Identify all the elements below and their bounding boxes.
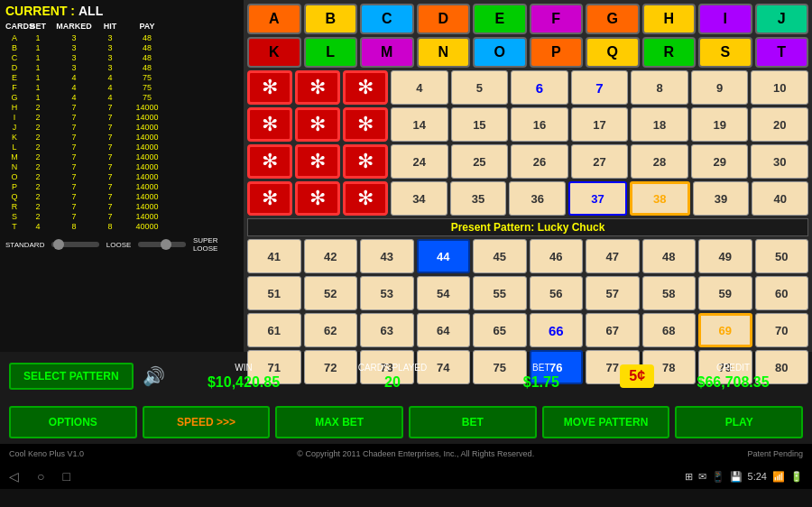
- standard-thumb[interactable]: [53, 239, 64, 250]
- num-cell-42[interactable]: 42: [304, 239, 358, 273]
- wildcard-cell[interactable]: ✻: [295, 107, 340, 142]
- num-cell-47[interactable]: 47: [586, 239, 640, 273]
- num-cell-41[interactable]: 41: [247, 239, 301, 273]
- num-cell-39[interactable]: 39: [693, 181, 750, 216]
- select-pattern-button[interactable]: SELECT PATTERN: [9, 363, 134, 390]
- num-cell-57[interactable]: 57: [586, 276, 640, 310]
- letter-cell-M[interactable]: M: [360, 37, 414, 68]
- num-cell-67[interactable]: 67: [586, 313, 640, 347]
- move-pattern-button[interactable]: MOVE PATTERN: [542, 406, 670, 438]
- num-cell-70[interactable]: 70: [755, 313, 809, 347]
- num-cell-9[interactable]: 9: [691, 70, 749, 105]
- num-cell-53[interactable]: 53: [360, 276, 414, 310]
- num-cell-52[interactable]: 52: [304, 276, 358, 310]
- letter-cell-F[interactable]: F: [530, 4, 584, 34]
- wildcard-cell[interactable]: ✻: [247, 107, 292, 142]
- num-cell-61[interactable]: 61: [247, 313, 301, 347]
- num-cell-28[interactable]: 28: [631, 144, 688, 179]
- num-cell-26[interactable]: 26: [511, 144, 568, 179]
- num-cell-5[interactable]: 5: [451, 70, 509, 105]
- num-cell-43[interactable]: 43: [360, 239, 414, 273]
- num-cell-51[interactable]: 51: [247, 276, 301, 310]
- num-cell-14[interactable]: 14: [391, 107, 448, 142]
- num-cell-10[interactable]: 10: [751, 70, 808, 105]
- max-bet-button[interactable]: MAX BET: [275, 406, 403, 438]
- num-cell-68[interactable]: 68: [642, 313, 697, 347]
- num-cell-17[interactable]: 17: [571, 107, 629, 142]
- letter-cell-B[interactable]: B: [304, 4, 358, 34]
- num-cell-35[interactable]: 35: [450, 181, 507, 216]
- num-cell-55[interactable]: 55: [473, 276, 527, 310]
- num-cell-65[interactable]: 65: [473, 313, 527, 347]
- num-cell-59[interactable]: 59: [698, 276, 752, 310]
- letter-cell-J[interactable]: J: [755, 4, 809, 34]
- coin-badge[interactable]: 5¢: [620, 364, 654, 388]
- wildcard-cell[interactable]: ✻: [247, 181, 292, 216]
- play-button[interactable]: PLAY: [675, 406, 803, 438]
- speaker-icon[interactable]: 🔊: [143, 365, 165, 387]
- num-cell-63[interactable]: 63: [360, 313, 414, 347]
- num-cell-34[interactable]: 34: [391, 181, 448, 216]
- standard-slider[interactable]: [51, 242, 98, 247]
- num-cell-69[interactable]: 69: [698, 313, 752, 347]
- wildcard-cell[interactable]: ✻: [343, 107, 388, 142]
- num-cell-8[interactable]: 8: [631, 70, 688, 105]
- num-cell-30[interactable]: 30: [751, 144, 808, 179]
- letter-cell-L[interactable]: L: [304, 37, 358, 68]
- wildcard-cell[interactable]: ✻: [295, 144, 340, 179]
- wildcard-cell[interactable]: ✻: [343, 181, 388, 216]
- letter-cell-C[interactable]: C: [360, 4, 414, 34]
- num-cell-40[interactable]: 40: [752, 181, 808, 216]
- num-cell-25[interactable]: 25: [451, 144, 509, 179]
- num-cell-15[interactable]: 15: [451, 107, 509, 142]
- wildcard-cell[interactable]: ✻: [247, 144, 292, 179]
- num-cell-56[interactable]: 56: [530, 276, 584, 310]
- home-icon[interactable]: ○: [37, 469, 44, 484]
- num-cell-62[interactable]: 62: [304, 313, 358, 347]
- num-cell-27[interactable]: 27: [571, 144, 629, 179]
- back-icon[interactable]: ◁: [9, 469, 19, 484]
- wildcard-cell[interactable]: ✻: [295, 181, 340, 216]
- letter-cell-H[interactable]: H: [642, 4, 697, 34]
- letter-cell-E[interactable]: E: [473, 4, 527, 34]
- letter-cell-I[interactable]: I: [698, 4, 752, 34]
- num-cell-46[interactable]: 46: [530, 239, 584, 273]
- letter-cell-O[interactable]: O: [473, 37, 527, 68]
- num-cell-4[interactable]: 4: [391, 70, 448, 105]
- num-cell-66[interactable]: 66: [530, 313, 584, 347]
- num-cell-6[interactable]: 6: [511, 70, 568, 105]
- wildcard-cell[interactable]: ✻: [343, 70, 388, 105]
- num-cell-19[interactable]: 19: [691, 107, 749, 142]
- num-cell-20[interactable]: 20: [751, 107, 808, 142]
- letter-cell-Q[interactable]: Q: [586, 37, 640, 68]
- num-cell-50[interactable]: 50: [755, 239, 809, 273]
- num-cell-49[interactable]: 49: [698, 239, 752, 273]
- options-button[interactable]: OPTIONS: [9, 406, 137, 438]
- letter-cell-R[interactable]: R: [642, 37, 697, 68]
- num-cell-29[interactable]: 29: [691, 144, 749, 179]
- wildcard-cell[interactable]: ✻: [247, 70, 292, 105]
- loose-thumb[interactable]: [161, 239, 171, 250]
- recent-icon[interactable]: □: [62, 469, 69, 484]
- num-cell-45[interactable]: 45: [473, 239, 527, 273]
- num-cell-18[interactable]: 18: [631, 107, 688, 142]
- loose-slider[interactable]: [138, 242, 185, 247]
- num-cell-44[interactable]: 44: [417, 239, 471, 273]
- num-cell-60[interactable]: 60: [755, 276, 809, 310]
- num-cell-37[interactable]: 37: [568, 181, 627, 216]
- letter-cell-N[interactable]: N: [417, 37, 471, 68]
- wildcard-cell[interactable]: ✻: [295, 70, 340, 105]
- num-cell-48[interactable]: 48: [642, 239, 697, 273]
- letter-cell-A[interactable]: A: [247, 4, 301, 34]
- letter-cell-S[interactable]: S: [698, 37, 752, 68]
- num-cell-7[interactable]: 7: [571, 70, 629, 105]
- wildcard-cell[interactable]: ✻: [343, 144, 388, 179]
- letter-cell-G[interactable]: G: [586, 4, 640, 34]
- speed-button[interactable]: SPEED >>>: [143, 406, 271, 438]
- num-cell-24[interactable]: 24: [391, 144, 448, 179]
- num-cell-64[interactable]: 64: [417, 313, 471, 347]
- num-cell-36[interactable]: 36: [509, 181, 566, 216]
- num-cell-16[interactable]: 16: [511, 107, 568, 142]
- bet-button[interactable]: BET: [409, 406, 537, 438]
- letter-cell-D[interactable]: D: [417, 4, 471, 34]
